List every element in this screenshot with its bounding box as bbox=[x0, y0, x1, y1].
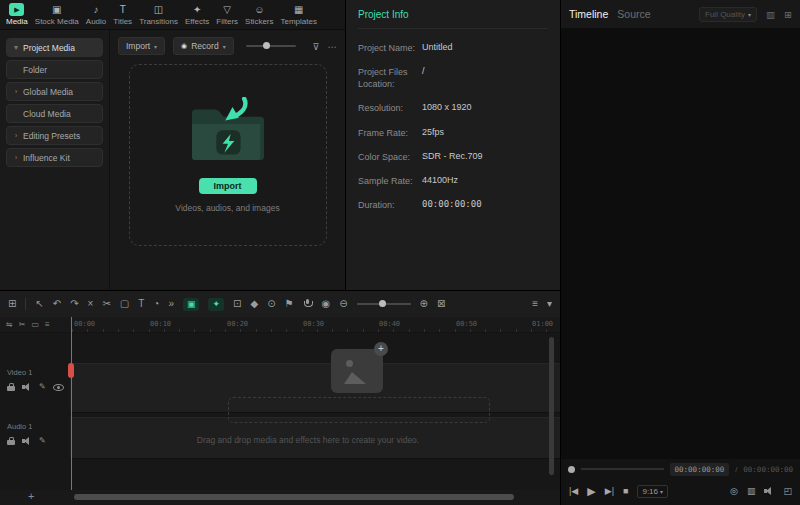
scrubber-track[interactable] bbox=[581, 468, 664, 470]
vertical-scrollbar[interactable] bbox=[549, 337, 554, 475]
snapshot-icon[interactable]: ◎ bbox=[730, 487, 738, 496]
smart-edit-toggle-icon[interactable]: ▣ bbox=[183, 298, 200, 311]
dropzone-import-button[interactable]: Import bbox=[199, 178, 257, 194]
media-dropzone[interactable]: Import Videos, audios, and images bbox=[129, 64, 327, 246]
sidebar-item-global-media[interactable]: › Global Media bbox=[6, 82, 103, 101]
track-manager-icon[interactable]: ≡ bbox=[532, 299, 538, 309]
quality-select[interactable]: Full Quality ▾ bbox=[699, 7, 757, 22]
preview-scrubber: 00:00:00:00 / 00:00:00:00 bbox=[568, 461, 793, 477]
tab-transitions[interactable]: ◫ Transitions bbox=[136, 1, 181, 28]
horizontal-scrollbar[interactable] bbox=[74, 494, 514, 500]
sidebar-item-folder[interactable]: Folder bbox=[6, 60, 103, 79]
zoom-slider-knob[interactable] bbox=[379, 300, 386, 307]
timeline-ruler[interactable]: 00:00 00:10 00:20 00:30 00:40 00:50 01:0… bbox=[72, 317, 560, 332]
playhead-grip[interactable] bbox=[68, 363, 74, 378]
detach-window-icon[interactable]: ⊞ bbox=[784, 9, 792, 20]
quick-split-icon[interactable]: ✂ bbox=[19, 321, 26, 329]
timeline-footer: + bbox=[0, 490, 560, 505]
playhead[interactable] bbox=[71, 317, 72, 490]
add-media-icon[interactable]: + bbox=[374, 342, 388, 356]
tab-audio[interactable]: ♪ Audio bbox=[83, 1, 109, 28]
split-view-icon[interactable]: ▥ bbox=[766, 9, 775, 20]
chevron-down-icon: ▾ bbox=[660, 488, 663, 495]
volume-icon[interactable] bbox=[764, 487, 774, 495]
edit-track-icon[interactable]: ✎ bbox=[39, 383, 46, 391]
timeline-dropzone[interactable] bbox=[228, 397, 490, 423]
next-frame-button[interactable]: ▶| bbox=[605, 487, 614, 496]
previous-frame-button[interactable]: |◀ bbox=[569, 487, 578, 496]
crop-icon[interactable]: ▢ bbox=[120, 299, 129, 309]
add-track-button[interactable]: + bbox=[28, 490, 34, 502]
more-tools-icon[interactable]: » bbox=[168, 299, 174, 309]
hide-track-icon[interactable] bbox=[53, 384, 64, 391]
fullscreen-icon[interactable]: ◰ bbox=[783, 487, 792, 496]
tab-timeline[interactable]: Timeline bbox=[569, 8, 608, 20]
speed-icon[interactable]: ◔ bbox=[153, 299, 159, 309]
timeline-ruler-row: ⇋ ✂ ▭ ≡ 00:00 00:10 00:20 00:30 00:40 00… bbox=[0, 317, 560, 333]
video-editor-app: ▶ Media ▣ Stock Media ♪ Audio T Titles ◫… bbox=[0, 0, 800, 505]
toggle-media-panel-icon[interactable]: ⊞ bbox=[8, 299, 16, 309]
media-icon: ▶ bbox=[9, 3, 24, 16]
media-browser: Import ▾ ◉ Record ▾ ⊽ ⋯ bbox=[110, 30, 345, 289]
keyframe-icon[interactable]: ◆ bbox=[250, 299, 258, 309]
mute-track-icon[interactable] bbox=[22, 437, 32, 445]
chroma-key-icon[interactable]: ⊙ bbox=[267, 299, 275, 309]
zoom-in-icon[interactable]: ⊕ bbox=[420, 299, 428, 309]
sidebar-item-project-media[interactable]: ▾ Project Media bbox=[6, 38, 103, 57]
sidebar-item-influence-kit[interactable]: › Influence Kit bbox=[6, 148, 103, 167]
sidebar-item-cloud-media[interactable]: Cloud Media bbox=[6, 104, 103, 123]
media-sidebar: ▾ Project Media Folder › Global Media Cl… bbox=[0, 30, 110, 289]
text-tool-icon[interactable]: T bbox=[138, 299, 144, 309]
stop-button[interactable]: ■ bbox=[623, 487, 628, 496]
slider-knob[interactable] bbox=[263, 42, 270, 49]
tab-media[interactable]: ▶ Media bbox=[3, 1, 31, 28]
record-button[interactable]: ◉ Record ▾ bbox=[173, 37, 234, 55]
thumbnail-size-slider[interactable] bbox=[246, 41, 296, 51]
compound-clip-icon[interactable]: ⊡ bbox=[233, 299, 241, 309]
split-icon[interactable]: ✂ bbox=[102, 299, 110, 309]
tab-source[interactable]: Source bbox=[617, 8, 650, 20]
import-button[interactable]: Import ▾ bbox=[118, 37, 165, 55]
aspect-ratio-select[interactable]: 9:16 ▾ bbox=[637, 485, 668, 498]
undo-icon[interactable]: ↶ bbox=[53, 299, 61, 309]
lock-track-icon[interactable] bbox=[7, 440, 15, 445]
sample-rate-value: 44100Hz bbox=[422, 175, 548, 185]
ripple-edit-icon[interactable]: ⇋ bbox=[6, 321, 13, 329]
tab-stock-media[interactable]: ▣ Stock Media bbox=[32, 1, 82, 28]
track-options-icon[interactable]: ≡ bbox=[45, 321, 50, 329]
filter-icon[interactable]: ⊽ bbox=[313, 41, 320, 52]
timeline-zoom-slider[interactable] bbox=[357, 299, 411, 309]
collapse-panel-icon[interactable]: ▾ bbox=[547, 299, 552, 309]
sidebar-item-editing-presets[interactable]: › Editing Presets bbox=[6, 126, 103, 145]
resolution-value: 1080 x 1920 bbox=[422, 102, 548, 112]
import-folder-icon bbox=[182, 97, 274, 169]
fit-timeline-icon[interactable]: ⊠ bbox=[437, 299, 445, 309]
lock-track-icon[interactable] bbox=[7, 386, 15, 391]
redo-icon[interactable]: ↷ bbox=[70, 299, 78, 309]
more-icon[interactable]: ⋯ bbox=[328, 41, 338, 52]
frame-rate-value: 25fps bbox=[422, 127, 548, 137]
grid-overlay-icon[interactable]: ▥ bbox=[747, 487, 756, 496]
pointer-tool-icon[interactable]: ↖ bbox=[35, 299, 43, 309]
delete-icon[interactable]: × bbox=[88, 299, 94, 309]
play-button[interactable]: ▶ bbox=[587, 486, 595, 497]
box-select-icon[interactable]: ▭ bbox=[31, 321, 39, 329]
tab-filters[interactable]: ▽ Filters bbox=[213, 1, 241, 28]
project-name-value: Untitled bbox=[422, 42, 548, 52]
tab-effects[interactable]: ✦ Effects bbox=[182, 1, 212, 28]
track-name: Audio 1 bbox=[7, 422, 70, 431]
mute-track-icon[interactable] bbox=[22, 383, 32, 391]
tab-stickers[interactable]: ☺ Stickers bbox=[242, 1, 276, 28]
scrubber-knob[interactable] bbox=[568, 466, 575, 473]
timeline-toolbar: ⊞ ↖ ↶ ↷ × ✂ ▢ T ◔ » ▣ ✦ ⊡ ◆ ⊙ ⚑ ◉ ⊖ ⊕ ⊠ bbox=[0, 291, 560, 317]
zoom-out-icon[interactable]: ⊖ bbox=[339, 299, 347, 309]
voiceover-icon[interactable] bbox=[302, 299, 312, 309]
tab-titles[interactable]: T Titles bbox=[110, 1, 135, 28]
edit-track-icon[interactable]: ✎ bbox=[39, 437, 46, 445]
tab-templates[interactable]: ▦ Templates bbox=[278, 1, 320, 28]
marker-icon[interactable]: ⚑ bbox=[285, 299, 294, 309]
track-tools: ⇋ ✂ ▭ ≡ bbox=[0, 317, 72, 332]
ai-toggle-icon[interactable]: ✦ bbox=[208, 298, 224, 311]
screen-record-icon[interactable]: ◉ bbox=[321, 299, 330, 309]
timeline-tracks: Video 1 ✎ Audio 1 ✎ bbox=[0, 333, 560, 490]
